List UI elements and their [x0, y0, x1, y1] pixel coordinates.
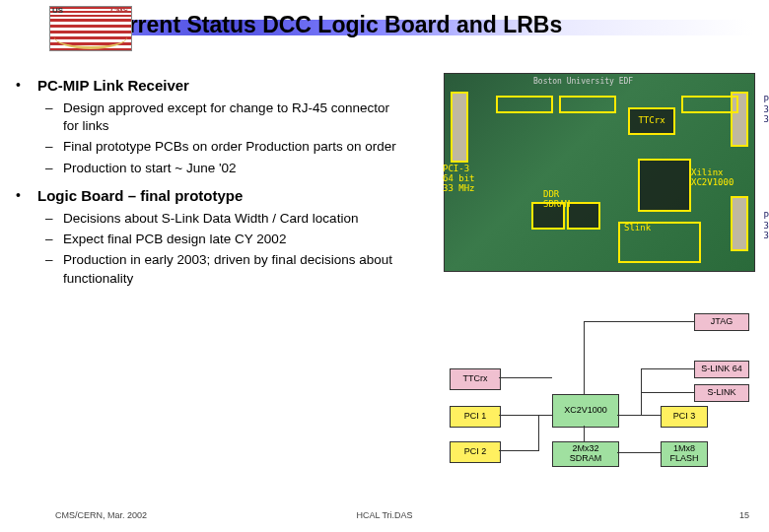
blk-sdram-text: 2Mx32 SDRAM: [570, 444, 602, 464]
dash-icon: –: [45, 251, 63, 269]
section1-item3: Production to start ~ June '02: [63, 160, 237, 177]
wire: [584, 321, 694, 322]
xilinx-label: Xilinx XC2V1000: [691, 168, 734, 188]
section1-item2: Final prototype PCBs on order Production…: [63, 138, 396, 156]
slink-label: Slink: [624, 224, 651, 233]
logo-flag-strip: [50, 7, 131, 19]
blk-slink64-text: S-LINK 64: [701, 365, 742, 374]
blk-pci2-text: PCI 2: [464, 447, 487, 457]
section1-item1: Design approved except for change to RJ-…: [63, 100, 408, 135]
block-diagram: TTCrx PCI 1 PCI 2 XC2V1000 2Mx32 SDRAM P…: [444, 313, 753, 489]
blk-pci1-text: PCI 1: [464, 412, 487, 422]
pcb-photo: Boston University EDF PCI-3 64 bit 33 MH…: [444, 73, 755, 272]
blk-ttcrx-text: TTCrx: [463, 374, 488, 384]
pci3-label: PCI-3 64 bit 33 MHz: [443, 165, 475, 194]
pci2-label: PCI-2 32 bit 33 MHz: [763, 212, 769, 241]
section2-item3: Production in early 2003; driven by fina…: [63, 251, 408, 287]
logo-swoosh: [54, 25, 127, 49]
logo-body: [50, 19, 131, 50]
pci3-connector: [451, 92, 468, 163]
wire: [499, 450, 538, 451]
section2-item1: Decisions about S-Link Data Width / Card…: [63, 210, 358, 228]
blk-jtag: JTAG: [694, 313, 749, 331]
wire: [617, 415, 661, 416]
footer-center: HCAL Tri.DAS: [356, 510, 412, 520]
wire: [538, 415, 539, 451]
dash-icon: –: [45, 210, 63, 228]
blk-pci3-text: PCI 3: [673, 412, 696, 422]
blk-pci3: PCI 3: [661, 406, 708, 428]
dash-icon: –: [45, 100, 63, 117]
ddr-label: DDR SDRAM: [543, 190, 570, 210]
dash-icon: –: [45, 160, 63, 177]
blk-flash: 1Mx8 FLASH: [661, 441, 708, 467]
footer-right: 15: [739, 510, 749, 520]
ttcrx-text: TTCrx: [638, 116, 664, 126]
blk-fpga-text: XC2V1000: [564, 406, 607, 416]
pcb-header-label: Boston University EDF: [533, 78, 633, 87]
wire: [584, 426, 585, 441]
wire: [641, 368, 694, 369]
dash-icon: –: [45, 231, 63, 248]
us-cms-logo: [49, 6, 132, 51]
ddr-chip-2: [567, 202, 600, 230]
slide-title: Current Status DCC Logic Board and LRBs: [99, 12, 562, 38]
blk-fpga: XC2V1000: [552, 394, 619, 428]
blk-pci2: PCI 2: [450, 441, 501, 463]
wire: [617, 452, 661, 453]
blk-sdram: 2Mx32 SDRAM: [552, 441, 619, 467]
xilinx-chip: [638, 159, 691, 212]
top-conn-1: [496, 96, 553, 113]
content-area: • PC-MIP Link Receiver –Design approved …: [14, 77, 408, 298]
dash-icon: –: [45, 138, 63, 156]
bullet-icon: •: [14, 187, 37, 203]
section-head-1: PC-MIP Link Receiver: [37, 77, 189, 96]
wire: [584, 321, 585, 394]
blk-slink64: S-LINK 64: [694, 361, 749, 378]
blk-pci1: PCI 1: [450, 406, 501, 428]
blk-ttcrx: TTCrx: [450, 368, 501, 390]
pci1-label: PCI-1 32 bit 33 MHz: [763, 96, 769, 125]
pci2-connector: [731, 196, 748, 251]
footer: CMS/CERN, Mar. 2002 HCAL Tri.DAS 15: [0, 510, 769, 524]
footer-left: CMS/CERN, Mar. 2002: [55, 510, 147, 520]
blk-slink-text: S-LINK: [707, 388, 735, 398]
wire: [499, 377, 552, 378]
blk-jtag-text: JTAG: [711, 317, 733, 327]
section-head-2: Logic Board – final prototype: [37, 187, 243, 206]
section2-item2: Expect final PCB design late CY 2002: [63, 231, 286, 248]
top-conn-2: [559, 96, 616, 113]
ttcrx-chip: TTCrx: [628, 107, 675, 135]
wire: [499, 415, 552, 416]
blk-flash-text: 1Mx8 FLASH: [669, 444, 698, 464]
blk-slink: S-LINK: [694, 384, 749, 402]
wire: [641, 368, 642, 416]
bullet-icon: •: [14, 77, 37, 93]
top-conn-3: [681, 96, 738, 113]
wire: [641, 392, 694, 393]
